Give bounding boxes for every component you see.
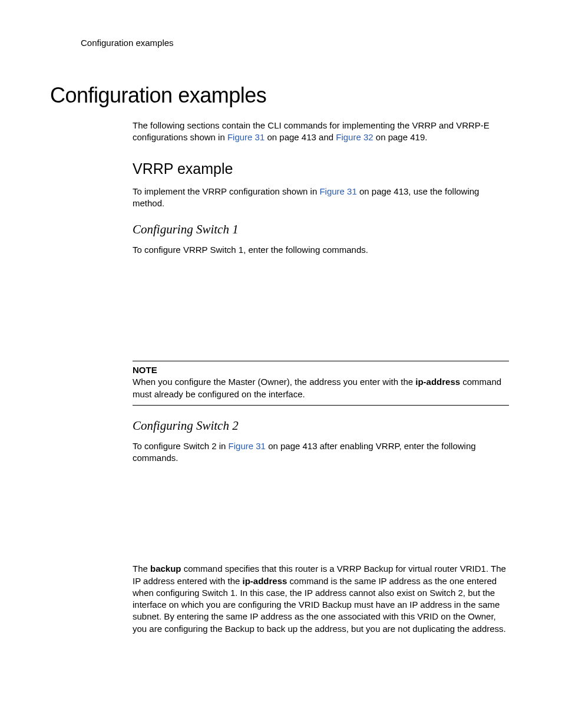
figure-31-link[interactable]: Figure 31 [229,441,266,451]
backup-paragraph: The backup command specifies that this r… [133,563,509,635]
text: To implement the VRRP configuration show… [133,186,319,196]
text: on page 413 and [265,132,336,142]
document-page: Configuration examples Configuration exa… [0,0,562,728]
configuring-switch-1-heading: Configuring Switch 1 [133,222,509,237]
vrrp-example-heading: VRRP example [133,160,509,177]
text: To configure Switch 2 in [133,441,229,451]
figure-32-link[interactable]: Figure 32 [336,132,373,142]
ip-address-term: ip-address [415,377,460,387]
vrrp-intro-paragraph: To implement the VRRP configuration show… [133,186,509,210]
switch-2-paragraph: To configure Switch 2 in Figure 31 on pa… [133,440,509,465]
note-box: NOTE When you configure the Master (Owne… [133,361,509,406]
switch-1-paragraph: To configure VRRP Switch 1, enter the fo… [133,244,509,256]
ip-address-term: ip-address [243,576,287,586]
configuring-switch-2-heading: Configuring Switch 2 [133,419,509,433]
note-text: When you configure the Master (Owner), t… [133,376,509,400]
text: When you configure the Master (Owner), t… [133,377,415,387]
note-label: NOTE [133,365,509,375]
figure-31-link[interactable]: Figure 31 [227,132,265,142]
code-placeholder [133,475,509,563]
text: on page 419. [373,132,428,142]
running-header: Configuration examples [81,38,509,48]
figure-31-link[interactable]: Figure 31 [319,186,356,196]
code-placeholder [133,266,509,361]
intro-paragraph: The following sections contain the CLI c… [133,120,509,144]
text: The [133,564,150,574]
backup-term: backup [150,564,181,574]
page-title: Configuration examples [50,83,509,108]
body-content: The following sections contain the CLI c… [133,120,509,635]
